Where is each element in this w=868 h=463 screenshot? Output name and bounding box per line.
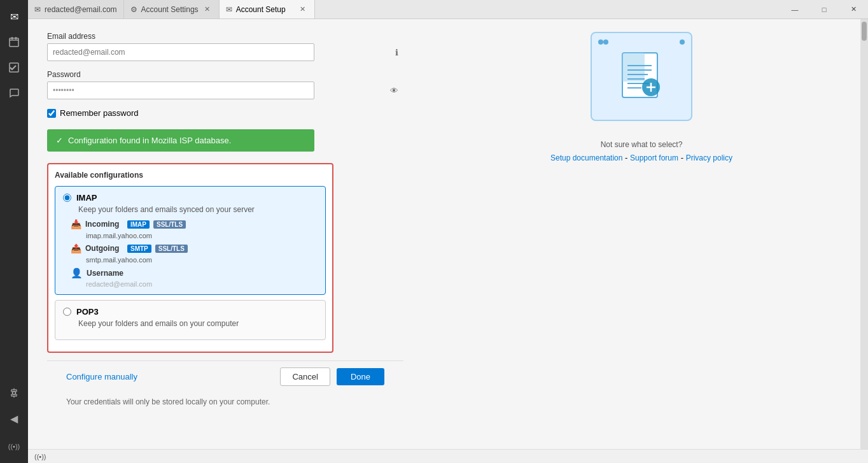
right-links: Not sure what to select? Setup documenta… xyxy=(550,140,732,162)
window-controls: — □ ✕ xyxy=(780,0,868,18)
imap-tag: IMAP xyxy=(127,220,150,229)
credentials-note: Your credentials will only be stored loc… xyxy=(47,392,403,406)
sidebar-icon-mail[interactable]: ✉ xyxy=(3,5,25,28)
email-info-icon[interactable]: ℹ xyxy=(395,48,398,57)
remember-password-label[interactable]: Remember password xyxy=(60,108,139,118)
success-icon: ✓ xyxy=(56,136,63,145)
username-icon: 👤 xyxy=(71,267,83,279)
success-banner: ✓ Configuration found in Mozilla ISP dat… xyxy=(47,129,314,152)
main-area: ✉ redacted@email.com ⚙ Account Settings … xyxy=(28,0,868,463)
available-configurations-box: Available configurations IMAP Keep your … xyxy=(47,163,333,353)
sidebar-icon-collapse[interactable]: ◀ xyxy=(3,407,25,430)
outgoing-server: smtp.mail.yahoo.com xyxy=(86,256,318,264)
separator-2: - xyxy=(681,153,686,162)
password-input-wrapper: 👁 xyxy=(47,82,403,99)
incoming-server: imap.mail.yahoo.com xyxy=(86,232,318,239)
email-input-wrapper: ℹ xyxy=(47,43,403,61)
tab-account-setup-label: Account Setup xyxy=(236,5,286,14)
svg-rect-2 xyxy=(11,37,13,39)
imap-description: Keep your folders and emails synced on y… xyxy=(78,205,318,214)
username-value: redacted@email.com xyxy=(86,280,318,288)
remember-password-row: Remember password xyxy=(47,108,403,118)
setup-documentation-link[interactable]: Setup documentation xyxy=(550,153,622,162)
close-button[interactable]: ✕ xyxy=(839,0,868,19)
document-illustration xyxy=(616,48,667,105)
svg-rect-3 xyxy=(15,37,17,39)
imap-radio-row: IMAP xyxy=(63,193,318,203)
email-input[interactable] xyxy=(47,43,314,61)
config-box-title: Available configurations xyxy=(55,171,326,180)
right-panel: Not sure what to select? Setup documenta… xyxy=(423,19,860,449)
tab-account-settings[interactable]: ⚙ Account Settings ✕ xyxy=(124,0,220,18)
tab-email-label: redacted@email.com xyxy=(45,5,117,14)
content-wrapper: Email address ℹ Password 👁 Remember pass… xyxy=(28,19,868,449)
ssl-tls-tag-incoming: SSL/TLS xyxy=(153,220,186,229)
tab-setup-icon: ✉ xyxy=(226,5,232,14)
outgoing-row: 📤 Outgoing SMTP SSL/TLS xyxy=(71,243,318,253)
status-bar: ((•)) xyxy=(28,449,868,463)
incoming-label: Incoming xyxy=(85,220,123,229)
username-label: Username xyxy=(87,269,123,278)
pop3-radio[interactable] xyxy=(63,308,71,316)
password-label: Password xyxy=(47,70,403,79)
tab-settings-close[interactable]: ✕ xyxy=(202,4,213,15)
tab-setup-close[interactable]: ✕ xyxy=(298,4,308,15)
bottom-bar: Configure manually Cancel Done xyxy=(47,360,403,392)
pop3-option[interactable]: POP3 Keep your folders and emails on you… xyxy=(55,300,326,340)
right-links-row: Setup documentation - Support forum - Pr… xyxy=(550,153,732,162)
imap-label[interactable]: IMAP xyxy=(76,193,97,203)
sidebar-icon-chat[interactable] xyxy=(3,82,25,104)
email-label: Email address xyxy=(47,32,403,41)
sidebar-icon-calendar[interactable] xyxy=(3,31,25,53)
help-text: Not sure what to select? xyxy=(550,140,732,149)
tab-settings-icon: ⚙ xyxy=(130,5,137,14)
svg-point-5 xyxy=(13,392,16,395)
pop3-description: Keep your folders and emails on your com… xyxy=(78,319,318,328)
illustration xyxy=(591,32,692,121)
smtp-tag: SMTP xyxy=(127,245,151,253)
tab-account-settings-label: Account Settings xyxy=(141,5,199,14)
username-row: 👤 Username xyxy=(71,267,318,279)
illustration-dots xyxy=(592,39,691,45)
ssl-tls-tag-outgoing: SSL/TLS xyxy=(155,245,188,253)
scroll-track[interactable] xyxy=(860,19,868,449)
pop3-label[interactable]: POP3 xyxy=(76,307,99,317)
done-button[interactable]: Done xyxy=(337,368,384,385)
dot-3 xyxy=(680,39,685,45)
incoming-icon: 📥 xyxy=(71,219,81,229)
pop3-radio-row: POP3 xyxy=(63,307,318,317)
dot-1 xyxy=(598,39,603,45)
wifi-icon: ((•)) xyxy=(34,453,46,460)
dialog-area: Email address ℹ Password 👁 Remember pass… xyxy=(28,19,423,449)
sidebar-icon-settings[interactable] xyxy=(3,381,25,404)
outgoing-icon: 📤 xyxy=(71,243,81,253)
svg-rect-7 xyxy=(622,53,645,82)
separator-1: - xyxy=(625,153,630,162)
configure-manually-link[interactable]: Configure manually xyxy=(66,372,137,381)
imap-option[interactable]: IMAP Keep your folders and emails synced… xyxy=(55,186,326,295)
svg-rect-0 xyxy=(10,38,18,46)
outgoing-label: Outgoing xyxy=(85,244,123,253)
cancel-button[interactable]: Cancel xyxy=(280,367,330,386)
tab-email-icon: ✉ xyxy=(34,5,41,14)
sidebar: ✉ ◀ ((•)) xyxy=(0,0,28,463)
sidebar-icon-wifi: ((•)) xyxy=(3,435,25,458)
success-text: Configuration found in Mozilla ISP datab… xyxy=(68,136,231,145)
maximize-button[interactable]: □ xyxy=(809,0,839,19)
remember-password-checkbox[interactable] xyxy=(47,109,56,118)
minimize-button[interactable]: — xyxy=(780,0,809,19)
privacy-policy-link[interactable]: Privacy policy xyxy=(686,153,732,162)
scroll-thumb[interactable] xyxy=(862,22,867,41)
password-toggle-icon[interactable]: 👁 xyxy=(390,86,398,96)
imap-radio[interactable] xyxy=(63,194,71,202)
support-forum-link[interactable]: Support forum xyxy=(630,153,678,162)
tab-bar: ✉ redacted@email.com ⚙ Account Settings … xyxy=(28,0,868,19)
sidebar-icon-tasks[interactable] xyxy=(3,56,25,79)
incoming-row: 📥 Incoming IMAP SSL/TLS xyxy=(71,219,318,229)
tab-account-setup[interactable]: ✉ Account Setup ✕ xyxy=(220,0,315,18)
password-input[interactable] xyxy=(47,82,314,99)
dot-2 xyxy=(603,39,608,45)
tab-email[interactable]: ✉ redacted@email.com xyxy=(28,0,124,18)
